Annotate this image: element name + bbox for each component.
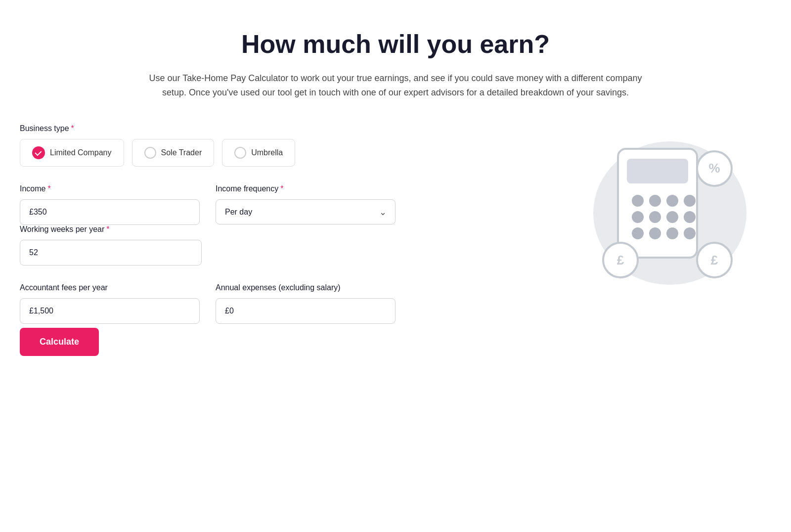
svg-rect-2 <box>627 159 688 183</box>
svg-point-3 <box>632 195 644 207</box>
svg-point-6 <box>684 195 696 207</box>
income-frequency-group: Income frequency * Per day Per week Per … <box>216 184 396 225</box>
annual-expenses-group: Annual expenses (excluding salary) <box>216 283 396 324</box>
accountant-fees-input[interactable] <box>20 298 200 324</box>
income-frequency-select[interactable]: Per day Per week Per month Per year <box>216 199 396 224</box>
business-type-label: Business type * <box>20 124 396 133</box>
annual-expenses-label: Annual expenses (excluding salary) <box>216 283 396 292</box>
svg-point-12 <box>649 227 661 239</box>
business-type-options: Limited Company Sole Trader Umbrella <box>20 139 396 167</box>
option-sole-trader-label: Sole Trader <box>161 148 202 157</box>
svg-point-13 <box>666 227 678 239</box>
income-frequency-required: * <box>280 184 283 193</box>
calculator-illustration: % £ £ <box>573 109 761 297</box>
income-group: Income * <box>20 184 200 225</box>
page-title: How much will you earn? <box>69 30 722 59</box>
illustration-area: % £ £ <box>564 109 771 297</box>
business-type-group: Business type * Limited Company Sole Tra… <box>20 124 396 167</box>
svg-point-8 <box>649 211 661 223</box>
working-weeks-input[interactable] <box>20 240 202 266</box>
income-input[interactable] <box>20 199 200 225</box>
income-frequency-select-wrapper: Per day Per week Per month Per year ⌄ <box>216 199 396 224</box>
income-required: * <box>47 184 50 193</box>
income-frequency-label: Income frequency * <box>216 184 396 193</box>
annual-expenses-input[interactable] <box>216 298 396 324</box>
required-indicator: * <box>71 124 74 133</box>
form-section: Business type * Limited Company Sole Tra… <box>20 124 771 356</box>
option-limited-company[interactable]: Limited Company <box>20 139 124 167</box>
radio-checked-icon <box>32 146 45 159</box>
fees-expenses-row: Accountant fees per year Annual expenses… <box>20 283 396 324</box>
svg-point-5 <box>666 195 678 207</box>
subtitle-text: Use our Take-Home Pay Calculator to work… <box>136 71 655 100</box>
accountant-fees-group: Accountant fees per year <box>20 283 200 324</box>
svg-text:£: £ <box>711 253 718 267</box>
svg-point-9 <box>666 211 678 223</box>
option-umbrella[interactable]: Umbrella <box>222 139 295 167</box>
svg-point-4 <box>649 195 661 207</box>
svg-point-14 <box>684 227 696 239</box>
working-weeks-label: Working weeks per year * <box>20 225 396 234</box>
calculate-button[interactable]: Calculate <box>20 328 99 356</box>
income-row: Income * Income frequency * Per day Per … <box>20 184 396 225</box>
option-umbrella-label: Umbrella <box>251 148 283 157</box>
accountant-fees-label: Accountant fees per year <box>20 283 200 292</box>
working-weeks-group: Working weeks per year * <box>20 225 396 266</box>
option-limited-company-label: Limited Company <box>50 148 112 157</box>
svg-point-11 <box>632 227 644 239</box>
radio-unchecked-icon-2 <box>234 147 246 159</box>
svg-point-10 <box>684 211 696 223</box>
svg-text:%: % <box>708 161 720 176</box>
option-sole-trader[interactable]: Sole Trader <box>132 139 215 167</box>
radio-unchecked-icon <box>144 147 156 159</box>
svg-point-7 <box>632 211 644 223</box>
working-weeks-required: * <box>106 225 109 234</box>
income-label: Income * <box>20 184 200 193</box>
form-container: Business type * Limited Company Sole Tra… <box>20 124 396 356</box>
svg-text:£: £ <box>617 253 624 267</box>
header-section: How much will you earn? Use our Take-Hom… <box>20 30 771 99</box>
